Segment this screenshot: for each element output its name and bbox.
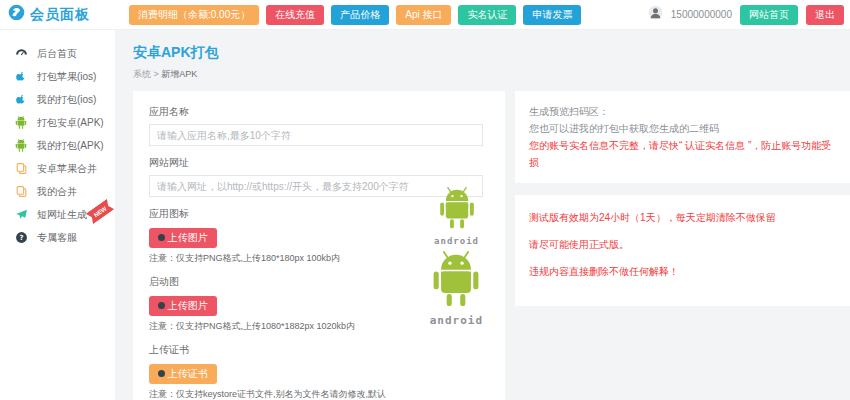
app-name-input[interactable] bbox=[149, 124, 483, 146]
upload-splash-button[interactable]: 上传图片 bbox=[149, 296, 217, 316]
sidebar-item-label: 我的打包(APK) bbox=[37, 139, 104, 153]
top-navbar: 会员面板 消费明细（余额:0.00元） 在线充值 产品价格 Api 接口 实名认… bbox=[0, 0, 850, 30]
dashboard-icon bbox=[14, 47, 28, 61]
breadcrumb-separator: > bbox=[154, 69, 159, 79]
sidebar-item-my-pack-apk[interactable]: 我的打包(APK) bbox=[0, 134, 115, 157]
notice-line: 测试版有效期为24小时（1天），每天定期清除不做保留 bbox=[529, 211, 836, 225]
copy-icon bbox=[14, 185, 28, 199]
app-name-label: 应用名称 bbox=[149, 105, 489, 119]
android-logo-small: android bbox=[434, 187, 479, 246]
product-price-button[interactable]: 产品价格 bbox=[331, 5, 389, 25]
upload-app-icon-label: 上传图片 bbox=[168, 232, 208, 243]
preview-panel: 生成预览扫码区： 您也可以进我的打包中获取您生成的二维码 您的账号实名信息不完整… bbox=[515, 91, 850, 183]
sidebar-item-merge[interactable]: 安卓苹果合并 bbox=[0, 157, 115, 180]
upload-splash-label: 上传图片 bbox=[168, 300, 208, 311]
nav-buttons: 消费明细（余额:0.00元） 在线充值 产品价格 Api 接口 实名认证 申请发… bbox=[115, 5, 648, 25]
sidebar-item-label: 安卓苹果合并 bbox=[37, 162, 97, 176]
android-logo-large: android bbox=[430, 251, 483, 327]
sidebar-item-pack-apk[interactable]: 打包安卓(APK) bbox=[0, 111, 115, 134]
sidebar-item-label: 我的合并 bbox=[37, 185, 77, 199]
upload-icon bbox=[158, 370, 165, 377]
sidebar-item-label: 后台首页 bbox=[37, 47, 77, 61]
billing-detail-button[interactable]: 消费明细（余额:0.00元） bbox=[129, 5, 259, 25]
preview-line-2: 您也可以进我的打包中获取您生成的二维码 bbox=[529, 120, 836, 137]
sidebar-item-short-url[interactable]: 短网址生成 NEW bbox=[0, 203, 115, 226]
sidebar-item-pack-ios[interactable]: 打包苹果(ios) bbox=[0, 65, 115, 88]
svg-text:?: ? bbox=[19, 233, 23, 242]
sidebar-item-support[interactable]: ? 专属客服 bbox=[0, 226, 115, 249]
notice-line: 请尽可能使用正式版。 bbox=[529, 238, 836, 252]
android-wordmark: android bbox=[430, 314, 483, 327]
apk-form-card: 应用名称 网站网址 应用图标 上传图片 注意：仅支持PNG格式,上传180*18… bbox=[133, 91, 505, 400]
upload-icon bbox=[158, 234, 165, 241]
cert-label: 上传证书 bbox=[149, 343, 489, 357]
preview-line-1: 生成预览扫码区： bbox=[529, 103, 836, 120]
sidebar-item-dashboard[interactable]: 后台首页 bbox=[0, 42, 115, 65]
sidebar-item-label: 打包安卓(APK) bbox=[37, 116, 104, 130]
sidebar-item-label: 短网址生成 bbox=[37, 208, 87, 222]
upload-cert-button[interactable]: 上传证书 bbox=[149, 364, 217, 384]
sidebar-item-label: 打包苹果(ios) bbox=[37, 70, 96, 84]
apple-icon bbox=[14, 70, 28, 84]
notice-panel: 测试版有效期为24小时（1天），每天定期清除不做保留 请尽可能使用正式版。 违规… bbox=[515, 195, 850, 306]
realname-auth-button[interactable]: 实名认证 bbox=[458, 5, 516, 25]
right-column: 生成预览扫码区： 您也可以进我的打包中获取您生成的二维码 您的账号实名信息不完整… bbox=[515, 91, 850, 306]
support-icon: ? bbox=[14, 231, 28, 245]
sidebar-item-my-pack-ios[interactable]: 我的打包(ios) bbox=[0, 88, 115, 111]
site-url-input[interactable] bbox=[149, 175, 483, 197]
app-icon-note: 注意：仅支持PNG格式,上传180*180px 100kb内 bbox=[149, 252, 389, 265]
nav-right: 15000000000 网站首页 退出 bbox=[648, 5, 850, 25]
merge-icon bbox=[14, 162, 28, 176]
breadcrumb-current: 新增APK bbox=[161, 69, 197, 79]
plane-icon bbox=[14, 208, 28, 222]
api-button[interactable]: Api 接口 bbox=[396, 5, 451, 25]
notice-line: 违规内容直接删除不做任何解释！ bbox=[529, 265, 836, 279]
page-title: 安卓APK打包 bbox=[133, 44, 850, 62]
logout-button[interactable]: 退出 bbox=[806, 5, 844, 25]
brand[interactable]: 会员面板 bbox=[0, 4, 115, 25]
upload-icon bbox=[158, 302, 165, 309]
sidebar-item-label: 我的打包(ios) bbox=[37, 93, 96, 107]
brand-logo-icon bbox=[8, 4, 25, 25]
android-wordmark: android bbox=[434, 236, 479, 246]
sidebar-item-my-merge[interactable]: 我的合并 bbox=[0, 180, 115, 203]
sidebar-item-label: 专属客服 bbox=[37, 231, 77, 245]
sidebar: 后台首页 打包苹果(ios) 我的打包(ios) 打包安卓(APK) 我的打包(… bbox=[0, 30, 115, 400]
android-robot-icon bbox=[430, 251, 482, 311]
brand-title: 会员面板 bbox=[30, 6, 90, 24]
android-icon bbox=[14, 139, 28, 153]
realname-warning: 您的账号实名信息不完整，请尽快“ 认证实名信息 ”，防止账号功能受损 bbox=[529, 137, 836, 171]
recharge-button[interactable]: 在线充值 bbox=[266, 5, 324, 25]
main-area: 安卓APK打包 系统 > 新增APK 应用名称 网站网址 应用图标 上传图片 bbox=[115, 30, 850, 400]
site-url-label: 网站网址 bbox=[149, 156, 489, 170]
site-home-button[interactable]: 网站首页 bbox=[740, 5, 798, 25]
apple-icon bbox=[14, 93, 28, 107]
new-badge: NEW bbox=[86, 199, 115, 225]
user-phone: 15000000000 bbox=[671, 9, 732, 20]
android-icon bbox=[14, 116, 28, 130]
breadcrumb-root[interactable]: 系统 bbox=[133, 69, 151, 79]
avatar bbox=[648, 5, 663, 24]
upload-cert-label: 上传证书 bbox=[168, 368, 208, 379]
breadcrumb: 系统 > 新增APK bbox=[133, 68, 850, 81]
android-robot-icon bbox=[437, 187, 477, 233]
upload-app-icon-button[interactable]: 上传图片 bbox=[149, 228, 217, 248]
splash-note: 注意：仅支持PNG格式,上传1080*1882px 1020kb内 bbox=[149, 320, 389, 333]
invoice-button[interactable]: 申请发票 bbox=[523, 5, 581, 25]
cert-note: 注意：仅支持keystore证书文件,别名为文件名请勿修改,默认密码为12345… bbox=[149, 388, 389, 400]
